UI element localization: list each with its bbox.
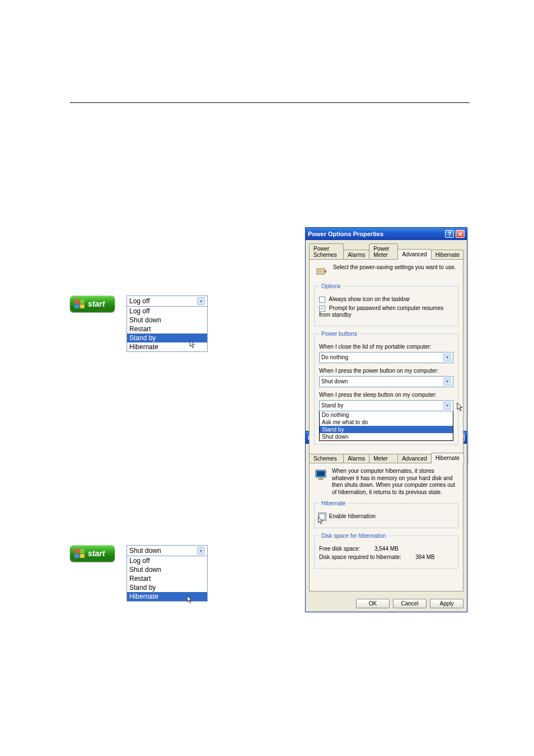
sleep-options-flyout: Do nothing Ask me what to do Stand by Sh… — [319, 411, 453, 441]
chevron-down-icon[interactable]: ▾ — [197, 547, 205, 555]
option-log-off[interactable]: Log off — [127, 556, 207, 565]
start-label: start — [88, 299, 105, 308]
advanced-intro: Select the power-saving settings you wan… — [333, 264, 456, 270]
dropdown-selected: Shut down — [129, 547, 161, 555]
tab-hibernate[interactable]: Hibernate — [431, 453, 464, 463]
start-button[interactable]: start — [70, 545, 115, 562]
tab-power-meter[interactable]: Power Meter — [369, 243, 398, 260]
select-sleep-button[interactable]: Stand by ▾ — [319, 400, 453, 411]
option-hibernate[interactable]: Hibernate — [127, 342, 207, 351]
option-shut-down[interactable]: Shut down — [127, 316, 207, 325]
monitor-icon — [314, 468, 327, 482]
battery-icon — [314, 264, 329, 279]
tab-advanced[interactable]: Advanced — [397, 249, 431, 260]
header-rule — [70, 102, 470, 103]
tab-power-schemes[interactable]: Power Schemes — [309, 243, 344, 260]
option-hibernate[interactable]: Hibernate — [127, 592, 207, 601]
option-stand-by[interactable]: Stand by — [127, 334, 207, 342]
shutdown-dropdown-2[interactable]: Shut down ▾ Log off Shut down Restart St… — [127, 545, 208, 602]
option-ask-me[interactable]: Ask me what to do — [320, 419, 453, 426]
start-button[interactable]: start — [70, 295, 115, 312]
tab-advanced[interactable]: Advanced — [397, 453, 431, 463]
checkbox-show-icon[interactable] — [319, 297, 325, 303]
power-buttons-group: Power buttons When I close the lid of my… — [314, 331, 458, 445]
svg-rect-2 — [317, 471, 325, 476]
select-close-lid-value: Do nothing — [321, 354, 348, 360]
shutdown-dropdown-1[interactable]: Log off ▾ Log off Shut down Restart Stan… — [127, 295, 208, 352]
value-free-disk: 3,544 MB — [374, 546, 399, 552]
option-restart[interactable]: Restart — [127, 325, 207, 334]
power-options-dialog-advanced: Power Options Properties ? ✕ Power Schem… — [305, 227, 467, 464]
select-close-lid[interactable]: Do nothing ▾ — [319, 352, 453, 363]
option-log-off[interactable]: Log off — [127, 307, 207, 316]
select-power-button[interactable]: Shut down ▾ — [319, 376, 453, 387]
svg-rect-3 — [319, 478, 322, 479]
ok-button[interactable]: OK — [356, 599, 390, 608]
label-close-lid: When I close the lid of my portable comp… — [319, 344, 453, 350]
hibernate-group: Hibernate Enable hibernation — [314, 500, 458, 528]
option-do-nothing[interactable]: Do nothing — [320, 411, 453, 419]
cursor-icon — [457, 402, 465, 412]
option-restart[interactable]: Restart — [127, 574, 207, 583]
tab-row: Power Schemes Alarms Power Meter Advance… — [306, 240, 467, 260]
options-legend: Options — [319, 283, 343, 289]
dropdown-selected: Log off — [129, 297, 149, 305]
tab-alarms[interactable]: Alarms — [343, 250, 369, 260]
label-sleep-button: When I press the sleep button on my comp… — [319, 392, 453, 398]
start-label: start — [88, 549, 105, 558]
disk-space-legend: Disk space for hibernation — [319, 533, 388, 539]
value-required-disk: 384 MB — [415, 554, 434, 560]
chevron-down-icon[interactable]: ▾ — [443, 354, 451, 361]
hibernate-intro: When your computer hibernates, it stores… — [332, 468, 458, 496]
power-options-dialog-hibernate: Power Options Properties ? ✕ Power Schem… — [305, 431, 467, 612]
label-prompt-password: Prompt for password when computer resume… — [319, 305, 443, 318]
windows-logo-icon — [74, 549, 85, 558]
label-enable-hibernation: Enable hibernation — [329, 513, 376, 519]
hibernate-legend: Hibernate — [319, 500, 348, 506]
options-group: Options Always show icon on the taskbar … — [314, 283, 458, 326]
disk-space-group: Disk space for hibernation Free disk spa… — [314, 533, 458, 569]
option-stand-by[interactable]: Stand by — [127, 583, 207, 592]
chevron-down-icon[interactable]: ▾ — [443, 378, 451, 386]
select-power-button-value: Shut down — [321, 378, 348, 384]
power-buttons-legend: Power buttons — [319, 331, 359, 337]
label-power-button: When I press the power button on my comp… — [319, 368, 453, 374]
close-button[interactable]: ✕ — [456, 230, 465, 238]
chevron-down-icon[interactable]: ▾ — [443, 402, 451, 410]
svg-rect-0 — [325, 270, 326, 273]
window-title: Power Options Properties — [308, 231, 383, 237]
tab-hibernate[interactable]: Hibernate — [431, 250, 464, 260]
apply-button[interactable]: Apply — [430, 599, 463, 608]
chevron-down-icon[interactable]: ▾ — [197, 297, 205, 305]
svg-rect-4 — [318, 479, 324, 480]
help-button[interactable]: ? — [445, 230, 454, 238]
cursor-icon — [318, 516, 325, 525]
tab-alarms[interactable]: Alarms — [343, 453, 369, 463]
label-free-disk: Free disk space: — [319, 546, 360, 552]
label-show-icon: Always show icon on the taskbar — [329, 296, 410, 302]
windows-logo-icon — [74, 299, 85, 308]
option-shut-down[interactable]: Shut down — [127, 565, 207, 574]
option-shut-down[interactable]: Shut down — [320, 433, 453, 440]
cancel-button[interactable]: Cancel — [393, 599, 427, 608]
titlebar[interactable]: Power Options Properties ? ✕ — [306, 228, 467, 240]
checkbox-prompt-password[interactable]: ✓ — [319, 306, 325, 312]
label-required-disk: Disk space required to hibernate: — [319, 554, 401, 560]
select-sleep-button-value: Stand by — [321, 402, 343, 408]
option-stand-by[interactable]: Stand by — [320, 426, 453, 433]
